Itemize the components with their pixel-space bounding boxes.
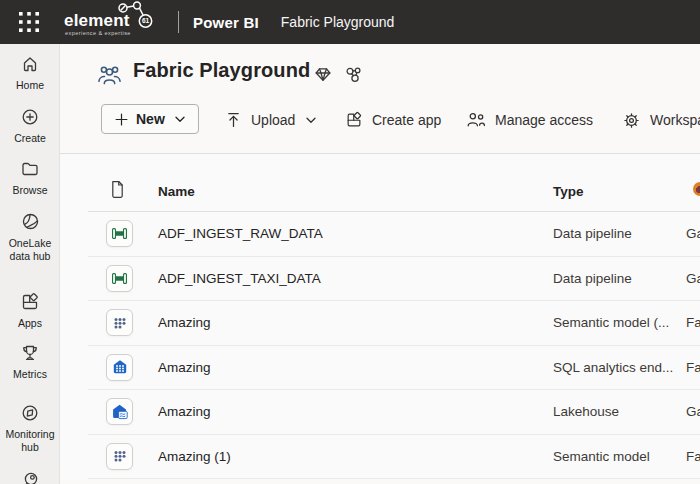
- metrics-icon: [20, 343, 40, 363]
- apps-icon: [20, 292, 40, 312]
- premium-diamond-icon: [314, 65, 332, 83]
- chevron-down-icon: [175, 116, 185, 123]
- table-row[interactable]: ADF_INGEST_TAXI_DATA Data pipeline Ga: [60, 257, 700, 302]
- table-header: Name Type: [60, 154, 700, 212]
- workspace-toolbar: New Upload Create app Manage access Work…: [60, 104, 700, 138]
- column-header-name[interactable]: Name: [158, 184, 195, 199]
- item-owner: Ga: [686, 404, 700, 419]
- item-name[interactable]: Amazing: [158, 404, 211, 419]
- upload-icon: [225, 111, 242, 129]
- brand-molecule-icon: 61: [114, 0, 156, 34]
- people-icon: [466, 111, 486, 129]
- sidebar-item-create[interactable]: Create: [0, 107, 60, 145]
- item-owner: Fa: [686, 315, 700, 330]
- fabric-workspace-page: element 61 experience & expertise Power …: [0, 0, 700, 484]
- item-name[interactable]: Amazing: [158, 360, 211, 375]
- item-name[interactable]: ADF_INGEST_RAW_DATA: [158, 226, 323, 241]
- create-app-button[interactable]: Create app: [345, 104, 441, 136]
- table-row[interactable]: Amazing Semantic model (... Fa: [60, 301, 700, 346]
- item-type: Data pipeline: [553, 271, 632, 286]
- item-name[interactable]: Amazing: [158, 315, 211, 330]
- item-owner: Ga: [686, 226, 700, 241]
- create-app-icon: [345, 111, 363, 129]
- item-name[interactable]: ADF_INGEST_TAXI_DATA: [158, 271, 321, 286]
- svg-text:61: 61: [142, 17, 150, 24]
- main-content: Fabric Playground New Upload Create app: [60, 44, 700, 484]
- item-owner: Fa: [686, 360, 700, 375]
- plus-icon: [115, 113, 128, 126]
- waffle-icon[interactable]: [14, 7, 44, 37]
- table-row[interactable]: Amazing SQL analytics end... Fa: [60, 346, 700, 391]
- browse-icon: [20, 159, 40, 179]
- workspace-settings-button[interactable]: Workspace settings: [622, 104, 700, 136]
- brand-logo[interactable]: element 61 experience & expertise: [64, 5, 152, 39]
- table-row[interactable]: Amazing Lakehouse Ga: [60, 390, 700, 435]
- item-type: Data pipeline: [553, 226, 632, 241]
- item-owner: Fa: [686, 449, 700, 464]
- create-icon: [20, 107, 40, 127]
- item-type: Semantic model: [553, 449, 650, 464]
- item-type: SQL analytics end...: [553, 360, 673, 375]
- item-list: ADF_INGEST_RAW_DATA Data pipeline Ga ADF…: [60, 212, 700, 479]
- product-name[interactable]: Power BI: [193, 14, 259, 31]
- page-title: Fabric Playground: [133, 59, 310, 82]
- gear-icon: [622, 111, 641, 130]
- deployment-pipelines-icon: [20, 470, 40, 484]
- new-button[interactable]: New: [101, 104, 199, 134]
- home-icon: [20, 54, 40, 74]
- item-owner: Ga: [686, 271, 700, 286]
- workspace-avatar-icon: [96, 62, 123, 89]
- lakehouse-icon: [106, 398, 133, 425]
- left-nav: Home Create Browse OneLake data hub Apps: [0, 44, 60, 484]
- topbar-divider: [178, 11, 179, 33]
- sidebar-item-apps[interactable]: Apps: [0, 292, 60, 330]
- sidebar-item-monitoring-hub[interactable]: Monitoring hub: [0, 403, 60, 454]
- sidebar-item-browse[interactable]: Browse: [0, 159, 60, 197]
- table-row[interactable]: ADF_INGEST_RAW_DATA Data pipeline Ga: [60, 212, 700, 257]
- workspace-network-icon: [344, 65, 363, 84]
- owner-column-badge-icon: [693, 182, 700, 196]
- monitoring-icon: [20, 403, 40, 423]
- data-pipeline-icon: [106, 265, 133, 292]
- semantic-model-icon: [106, 443, 133, 470]
- semantic-model-icon: [106, 309, 133, 336]
- item-type: Lakehouse: [553, 404, 619, 419]
- brand-caption: experience & expertise: [65, 30, 131, 36]
- sidebar-item-onelake-data-hub[interactable]: OneLake data hub: [0, 211, 60, 263]
- sidebar-item-partial[interactable]: [0, 470, 60, 484]
- sidebar-item-metrics[interactable]: Metrics: [0, 343, 60, 381]
- onelake-icon: [20, 211, 41, 232]
- data-pipeline-icon: [106, 220, 133, 247]
- topbar-context-title: Fabric Playground: [281, 14, 395, 30]
- manage-access-button[interactable]: Manage access: [466, 104, 593, 136]
- column-header-type[interactable]: Type: [553, 184, 584, 199]
- table-row[interactable]: Amazing (1) Semantic model Fa: [60, 435, 700, 480]
- item-name[interactable]: Amazing (1): [158, 449, 231, 464]
- upload-button[interactable]: Upload: [225, 104, 316, 136]
- sql-analytics-endpoint-icon: [106, 354, 133, 381]
- topbar: element 61 experience & expertise Power …: [0, 0, 700, 44]
- item-type-column-icon: [110, 180, 125, 199]
- item-type: Semantic model (...: [553, 315, 669, 330]
- sidebar-item-home[interactable]: Home: [0, 54, 60, 92]
- chevron-down-icon: [306, 117, 316, 124]
